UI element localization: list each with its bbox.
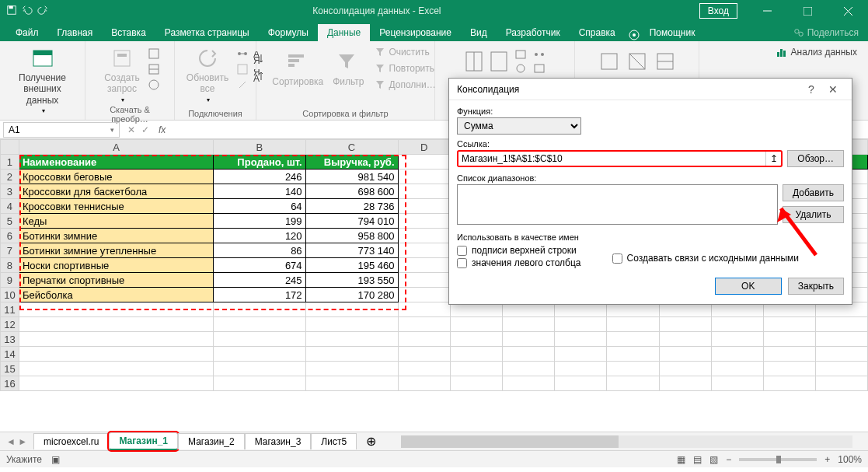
from-table-icon[interactable] bbox=[148, 63, 160, 78]
new-query-button[interactable]: Создать запрос▾ bbox=[99, 44, 145, 105]
col-header[interactable]: D bbox=[398, 140, 450, 155]
sheet-nav[interactable]: ◄ ► bbox=[0, 436, 33, 447]
sort-button[interactable]: Сортировка bbox=[269, 50, 326, 87]
remove-duplicates-icon[interactable] bbox=[514, 49, 527, 62]
close-dialog-button[interactable]: Закрыть bbox=[788, 278, 844, 295]
row-header[interactable]: 13 bbox=[1, 332, 19, 347]
properties-icon[interactable] bbox=[236, 63, 249, 78]
minimize-button[interactable] bbox=[750, 0, 784, 22]
range-picker-icon[interactable]: ↥ bbox=[765, 152, 781, 166]
close-button[interactable] bbox=[831, 0, 865, 22]
create-links-checkbox[interactable]: Создавать связи с исходными данными bbox=[612, 248, 800, 268]
sheet-tab[interactable]: Магазин_2 bbox=[178, 433, 245, 449]
view-pagebreak-icon[interactable]: ▧ bbox=[709, 454, 718, 465]
row-header[interactable]: 7 bbox=[1, 243, 19, 258]
function-select[interactable]: Сумма bbox=[457, 117, 581, 135]
reapply-button[interactable]: Повторить bbox=[371, 61, 439, 76]
svg-rect-14 bbox=[117, 54, 127, 57]
share-button[interactable]: Поделиться bbox=[784, 24, 868, 41]
row-header[interactable]: 9 bbox=[1, 273, 19, 288]
relationships-icon[interactable] bbox=[533, 49, 546, 62]
tab-file[interactable]: Файл bbox=[6, 24, 48, 41]
subtotal-icon[interactable] bbox=[654, 49, 676, 76]
col-header[interactable]: A bbox=[19, 140, 213, 155]
row-header[interactable]: 5 bbox=[1, 214, 19, 229]
sign-in-button[interactable]: Вход bbox=[699, 3, 737, 19]
ranges-listbox[interactable] bbox=[457, 184, 778, 225]
connections-icon[interactable] bbox=[236, 47, 249, 62]
undo-icon[interactable] bbox=[22, 5, 33, 18]
advanced-button[interactable]: Дополни… bbox=[371, 77, 439, 93]
sheet-tab[interactable]: Магазин_1 bbox=[109, 432, 178, 450]
macro-record-icon[interactable]: ▣ bbox=[51, 454, 60, 465]
select-all[interactable] bbox=[1, 140, 19, 155]
cancel-icon[interactable]: ✕ bbox=[127, 124, 135, 135]
dialog-close-button[interactable]: ✕ bbox=[822, 83, 844, 96]
tab-layout[interactable]: Разметка страницы bbox=[155, 24, 259, 41]
recent-sources-icon[interactable] bbox=[148, 79, 160, 93]
sheet-tab[interactable]: Магазин_3 bbox=[245, 433, 312, 449]
reference-input[interactable] bbox=[458, 152, 765, 166]
row-header[interactable]: 6 bbox=[1, 229, 19, 243]
zoom-in-button[interactable]: + bbox=[824, 454, 830, 465]
tab-insert[interactable]: Вставка bbox=[102, 24, 155, 41]
row-header[interactable]: 14 bbox=[1, 347, 19, 362]
row-header[interactable]: 11 bbox=[1, 302, 19, 317]
row-header[interactable]: 8 bbox=[1, 258, 19, 273]
enter-icon[interactable]: ✓ bbox=[141, 124, 149, 135]
tab-review[interactable]: Рецензирование bbox=[370, 24, 461, 41]
row-header[interactable]: 4 bbox=[1, 199, 19, 214]
view-normal-icon[interactable]: ▦ bbox=[677, 454, 685, 465]
svg-point-10 bbox=[799, 32, 803, 36]
sort-za-icon[interactable]: ЯA bbox=[252, 69, 266, 86]
redo-icon[interactable] bbox=[37, 5, 48, 18]
row-header[interactable]: 1 bbox=[1, 155, 19, 170]
left-col-checkbox[interactable]: значения левого столбца bbox=[457, 257, 581, 268]
row-header[interactable]: 12 bbox=[1, 317, 19, 332]
whatif-icon[interactable] bbox=[533, 63, 546, 76]
dialog-help-button[interactable]: ? bbox=[800, 83, 822, 96]
top-row-checkbox[interactable]: подписи верхней строки bbox=[457, 245, 581, 256]
tab-formulas[interactable]: Формулы bbox=[259, 24, 318, 41]
delete-button[interactable]: Удалить bbox=[783, 206, 844, 223]
col-header[interactable]: C bbox=[305, 140, 398, 155]
refresh-all-button[interactable]: Обновить все▾ bbox=[182, 44, 233, 105]
filter-button[interactable]: Фильтр bbox=[329, 50, 367, 87]
row-header[interactable]: 15 bbox=[1, 362, 19, 376]
save-icon[interactable] bbox=[6, 5, 17, 18]
zoom-level[interactable]: 100% bbox=[838, 454, 862, 465]
col-header[interactable]: B bbox=[214, 140, 306, 155]
tell-me-icon[interactable] bbox=[628, 29, 640, 41]
tab-help[interactable]: Справка bbox=[570, 24, 625, 41]
horizontal-scrollbar[interactable] bbox=[401, 435, 852, 448]
data-validation-icon[interactable] bbox=[514, 63, 527, 76]
fx-icon[interactable]: fx bbox=[159, 124, 166, 135]
clear-filter-button[interactable]: Очистить bbox=[371, 44, 439, 60]
add-button[interactable]: Добавить bbox=[783, 184, 844, 201]
name-box[interactable]: A1▾ bbox=[3, 122, 120, 138]
group-icon[interactable] bbox=[598, 49, 620, 76]
tab-developer[interactable]: Разработчик bbox=[497, 24, 570, 41]
ungroup-icon[interactable] bbox=[626, 49, 648, 76]
tab-home[interactable]: Главная bbox=[48, 24, 103, 41]
maximize-button[interactable] bbox=[790, 0, 824, 22]
row-header[interactable]: 3 bbox=[1, 184, 19, 199]
row-header[interactable]: 16 bbox=[1, 376, 19, 391]
zoom-slider[interactable] bbox=[739, 458, 817, 461]
browse-button[interactable]: Обзор… bbox=[787, 150, 844, 167]
tab-data[interactable]: Данные bbox=[318, 24, 370, 41]
tab-view[interactable]: Вид bbox=[461, 24, 497, 41]
view-layout-icon[interactable]: ▤ bbox=[693, 454, 702, 465]
tell-me-label[interactable]: Помощник bbox=[640, 24, 705, 41]
new-sheet-button[interactable]: ⊕ bbox=[357, 432, 385, 451]
sort-az-icon[interactable]: AЯ bbox=[252, 51, 266, 68]
zoom-out-button[interactable]: − bbox=[726, 454, 731, 465]
sheet-tab[interactable]: Лист5 bbox=[311, 433, 357, 449]
row-header[interactable]: 2 bbox=[1, 170, 19, 184]
ok-button[interactable]: OK bbox=[715, 278, 782, 295]
show-queries-icon[interactable] bbox=[148, 47, 160, 62]
edit-links-icon[interactable] bbox=[236, 79, 249, 93]
row-header[interactable]: 10 bbox=[1, 288, 19, 302]
get-external-data-button[interactable]: Получение внешних данных▾ bbox=[6, 44, 78, 116]
sheet-tab[interactable]: microexcel.ru bbox=[33, 433, 109, 449]
